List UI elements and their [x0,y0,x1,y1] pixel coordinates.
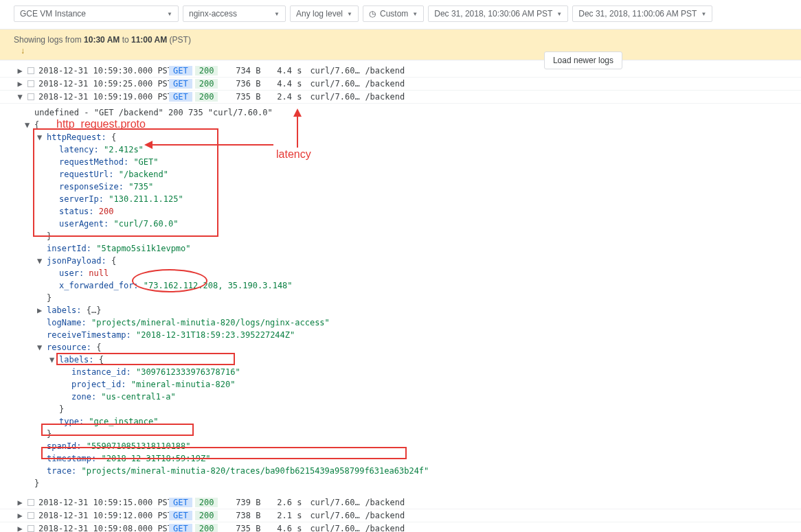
end-time-dropdown[interactable]: Dec 31, 2018, 11:00:06 AM PST ▼ [572,5,712,22]
log-label: nginx-access [189,9,237,19]
chevron-down-icon: ▼ [347,11,352,17]
toggle-icon[interactable]: ▼ [37,255,47,267]
annotation-box [56,353,235,365]
row-path: /backend [365,498,405,507]
row-method: GET [169,79,192,89]
chevron-down-icon: ▼ [701,11,706,17]
select-box[interactable] [27,525,34,532]
chevron-down-icon: ▼ [556,11,562,17]
row-ua: curl/7.60… [310,511,365,520]
jump-down-icon[interactable]: ↓ [21,46,25,56]
expand-icon[interactable]: ▶ [12,79,27,89]
annotation-text: http_request.proto [56,116,146,132]
row-ts: 2018-12-31 10:59:25.000 PST [38,79,169,89]
row-method: GET [169,498,192,507]
resource-dropdown[interactable]: GCE VM Instance ▼ [14,5,179,22]
banner-prefix: Showing logs from [14,35,84,45]
select-box[interactable] [27,67,34,74]
expand-icon[interactable]: ▼ [12,92,27,102]
row-method: GET [169,92,192,102]
resource-label: GCE VM Instance [20,9,86,19]
annotation-box [41,424,194,436]
row-latency: 2.1 s [269,511,310,520]
row-path: /backend [365,524,405,532]
row-size: 734 B [221,66,269,76]
log-row[interactable]: ▶ 2018-12-31 10:59:25.000 PST GET 200 73… [0,78,801,91]
row-ua: curl/7.60… [310,66,365,76]
row-ts: 2018-12-31 10:59:15.000 PST [38,498,169,507]
row-size: 735 B [221,524,269,532]
row-path: /backend [365,92,405,102]
row-size: 739 B [221,498,269,507]
row-status: 200 [195,524,218,532]
row-size: 735 B [221,92,269,102]
log-dropdown[interactable]: nginx-access ▼ [183,5,286,22]
row-ua: curl/7.60… [310,524,365,532]
log-detail: undefined - "GET /backend" 200 735 "curl… [0,104,801,492]
row-latency: 4.4 s [269,66,310,76]
row-latency: 4.4 s [269,79,310,89]
detail-summary: undefined - "GET /backend" 200 735 "curl… [34,106,801,119]
banner-tz: (PST) [167,35,191,45]
row-method: GET [169,66,192,76]
row-ua: curl/7.60… [310,92,365,102]
select-box[interactable] [27,499,34,506]
chevron-down-icon: ▼ [412,11,418,17]
annotation-box [41,447,407,459]
log-row[interactable]: ▼ 2018-12-31 10:59:19.000 PST GET 200 73… [0,91,801,104]
row-latency: 2.6 s [269,498,310,507]
row-size: 736 B [221,79,269,89]
level-label: Any log level [296,9,343,19]
banner-mid: to [120,35,131,45]
row-ts: 2018-12-31 10:59:08.000 PST [38,524,169,532]
select-box[interactable] [27,512,34,519]
row-size: 738 B [221,511,269,520]
level-dropdown[interactable]: Any log level ▼ [290,5,359,22]
load-newer-button[interactable]: Load newer logs [544,51,622,69]
select-box[interactable] [27,93,34,100]
row-method: GET [169,524,192,532]
log-table: ▶ 2018-12-31 10:59:30.000 PST GET 200 73… [0,60,801,104]
expand-icon[interactable]: ▶ [12,498,27,507]
log-row[interactable]: ▶ 2018-12-31 10:59:12.000 PST GET 200 73… [0,509,801,522]
annotation-ellipse [132,269,207,292]
log-row[interactable]: ▶ 2018-12-31 10:59:08.000 PST GET 200 73… [0,522,801,532]
row-path: /backend [365,79,405,89]
range-dropdown[interactable]: ◷ Custom ▼ [363,5,424,22]
row-status: 200 [195,66,218,76]
start-time-dropdown[interactable]: Dec 31, 2018, 10:30:06 AM PST ▼ [428,5,568,22]
filter-toolbar: GCE VM Instance ▼ nginx-access ▼ Any log… [0,0,801,29]
expand-icon[interactable]: ▶ [12,524,27,532]
toggle-icon[interactable]: ▼ [37,341,47,354]
start-time-label: Dec 31, 2018, 10:30:06 AM PST [434,9,552,19]
log-row[interactable]: ▶ 2018-12-31 10:59:30.000 PST GET 200 73… [0,65,801,78]
row-status: 200 [195,92,218,102]
expand-icon[interactable]: ▶ [12,511,27,520]
row-method: GET [169,511,192,520]
row-status: 200 [195,79,218,89]
toggle-icon[interactable]: ▶ [37,304,47,316]
row-ts: 2018-12-31 10:59:30.000 PST [38,66,169,76]
row-status: 200 [195,511,218,520]
banner-start: 10:30 AM [84,35,120,45]
clock-icon: ◷ [369,9,376,19]
time-banner: Showing logs from 10:30 AM to 11:00 AM (… [0,29,801,60]
log-row[interactable]: ▶ 2018-12-31 10:59:15.000 PST GET 200 73… [0,496,801,509]
row-ua: curl/7.60… [310,498,365,507]
annotation-box [33,128,218,237]
row-ua: curl/7.60… [310,79,365,89]
expand-icon[interactable]: ▶ [12,66,27,76]
range-label: Custom [380,9,408,19]
row-latency: 2.4 s [269,92,310,102]
row-path: /backend [365,511,405,520]
banner-end: 11:00 AM [131,35,167,45]
row-latency: 4.6 s [269,524,310,532]
log-table: ▶ 2018-12-31 10:59:15.000 PST GET 200 73… [0,492,801,532]
chevron-down-icon: ▼ [167,11,172,17]
row-path: /backend [365,66,405,76]
select-box[interactable] [27,80,34,87]
row-status: 200 [195,498,218,507]
row-ts: 2018-12-31 10:59:19.000 PST [38,92,169,102]
row-ts: 2018-12-31 10:59:12.000 PST [38,511,169,520]
annotation-text: latency [276,146,311,163]
